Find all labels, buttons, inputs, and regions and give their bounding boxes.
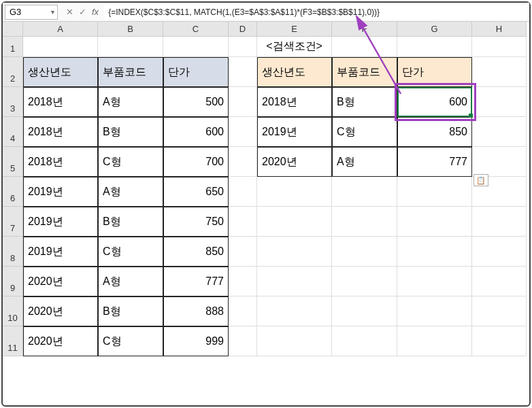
cell[interactable]: 부품코드 bbox=[98, 57, 163, 87]
cell[interactable] bbox=[229, 267, 257, 296]
cell[interactable] bbox=[257, 207, 332, 237]
cell[interactable] bbox=[397, 326, 472, 356]
column-header[interactable]: E bbox=[257, 22, 332, 37]
cell[interactable]: 999 bbox=[163, 326, 229, 356]
cell[interactable] bbox=[229, 177, 257, 207]
row-header[interactable]: 6 bbox=[3, 177, 23, 207]
cancel-icon[interactable]: ✕ bbox=[66, 7, 73, 17]
cell[interactable] bbox=[229, 117, 257, 147]
cell[interactable] bbox=[332, 237, 397, 267]
cell[interactable] bbox=[163, 37, 229, 57]
cell[interactable] bbox=[472, 117, 527, 147]
cell[interactable]: A형 bbox=[332, 147, 397, 177]
cell[interactable]: 500 bbox=[163, 87, 229, 117]
cell[interactable] bbox=[257, 296, 332, 326]
cell[interactable] bbox=[397, 37, 472, 57]
column-header[interactable]: D bbox=[229, 22, 257, 37]
cell[interactable] bbox=[332, 207, 397, 237]
name-box[interactable]: G3 ▾ bbox=[5, 5, 58, 20]
cell[interactable]: 단가 bbox=[163, 57, 229, 87]
cell[interactable]: C형 bbox=[332, 117, 397, 147]
cell[interactable]: A형 bbox=[98, 87, 163, 117]
cell[interactable] bbox=[98, 37, 163, 57]
cell[interactable]: 2018년 bbox=[23, 147, 98, 177]
cell[interactable]: 750 bbox=[163, 207, 229, 237]
cell[interactable] bbox=[397, 267, 472, 296]
cell[interactable]: 2020년 bbox=[257, 147, 332, 177]
cell[interactable] bbox=[472, 207, 527, 237]
cell[interactable]: 700 bbox=[163, 147, 229, 177]
cell[interactable]: 2019년 bbox=[257, 117, 332, 147]
column-header[interactable]: F bbox=[332, 22, 397, 37]
cell[interactable]: B형 bbox=[332, 87, 397, 117]
chevron-down-icon[interactable]: ▾ bbox=[51, 8, 54, 16]
row-header[interactable]: 8 bbox=[3, 237, 23, 267]
cell[interactable]: 850 bbox=[163, 237, 229, 267]
cell[interactable]: 2018년 bbox=[23, 117, 98, 147]
row-header[interactable]: 4 bbox=[3, 117, 23, 147]
cell[interactable] bbox=[472, 237, 527, 267]
cell[interactable]: A형 bbox=[98, 267, 163, 296]
cell[interactable] bbox=[472, 57, 527, 87]
column-header[interactable]: H bbox=[472, 22, 527, 37]
cell[interactable] bbox=[257, 177, 332, 207]
cell[interactable] bbox=[229, 147, 257, 177]
cell[interactable]: 2018년 bbox=[23, 87, 98, 117]
cell[interactable]: C형 bbox=[98, 237, 163, 267]
cell[interactable] bbox=[472, 296, 527, 326]
cell[interactable]: 650 bbox=[163, 177, 229, 207]
column-header[interactable]: C bbox=[163, 22, 229, 37]
cell[interactable] bbox=[472, 147, 527, 177]
column-header[interactable]: G bbox=[397, 22, 472, 37]
cell[interactable] bbox=[397, 207, 472, 237]
cell[interactable] bbox=[23, 37, 98, 57]
row-header[interactable]: 10 bbox=[3, 296, 23, 326]
formula-input[interactable] bbox=[104, 5, 529, 20]
cell[interactable] bbox=[229, 207, 257, 237]
cell[interactable]: 부품코드 bbox=[332, 57, 397, 87]
row-header[interactable]: 3 bbox=[3, 87, 23, 117]
row-header[interactable]: 2 bbox=[3, 57, 23, 87]
row-header[interactable]: 5 bbox=[3, 147, 23, 177]
cell[interactable] bbox=[229, 326, 257, 356]
cell[interactable] bbox=[332, 267, 397, 296]
cell[interactable]: 850 bbox=[397, 117, 472, 147]
fx-icon[interactable]: fx bbox=[92, 7, 99, 17]
cell[interactable] bbox=[257, 326, 332, 356]
cell[interactable]: 600 bbox=[397, 87, 472, 117]
cell[interactable] bbox=[229, 87, 257, 117]
cell[interactable]: 777 bbox=[163, 267, 229, 296]
cell[interactable]: 888 bbox=[163, 296, 229, 326]
cell[interactable]: B형 bbox=[98, 207, 163, 237]
row-header[interactable]: 9 bbox=[3, 267, 23, 296]
cell[interactable] bbox=[229, 237, 257, 267]
row-header[interactable]: 1 bbox=[3, 37, 23, 57]
cell[interactable] bbox=[397, 296, 472, 326]
cell[interactable]: B형 bbox=[98, 296, 163, 326]
cell[interactable] bbox=[229, 57, 257, 87]
cell[interactable]: 2019년 bbox=[23, 207, 98, 237]
paste-options-button[interactable] bbox=[473, 174, 488, 186]
cell[interactable] bbox=[332, 296, 397, 326]
cell[interactable]: 생산년도 bbox=[257, 57, 332, 87]
cell[interactable] bbox=[257, 267, 332, 296]
cell[interactable]: B형 bbox=[98, 117, 163, 147]
select-all-corner[interactable] bbox=[3, 22, 23, 37]
cell[interactable] bbox=[472, 37, 527, 57]
cell[interactable]: C형 bbox=[98, 147, 163, 177]
cell[interactable]: 생산년도 bbox=[23, 57, 98, 87]
cell[interactable] bbox=[397, 237, 472, 267]
cell[interactable] bbox=[397, 177, 472, 207]
row-header[interactable]: 11 bbox=[3, 326, 23, 356]
cell[interactable]: 777 bbox=[397, 147, 472, 177]
cell[interactable] bbox=[332, 326, 397, 356]
cell[interactable]: 600 bbox=[163, 117, 229, 147]
cell[interactable]: A형 bbox=[98, 177, 163, 207]
cell[interactable]: 2018년 bbox=[257, 87, 332, 117]
cell[interactable]: 2020년 bbox=[23, 267, 98, 296]
cell[interactable]: 2020년 bbox=[23, 296, 98, 326]
cell[interactable]: 2019년 bbox=[23, 177, 98, 207]
cell[interactable]: C형 bbox=[98, 326, 163, 356]
cell[interactable] bbox=[472, 326, 527, 356]
cell[interactable] bbox=[229, 37, 257, 57]
